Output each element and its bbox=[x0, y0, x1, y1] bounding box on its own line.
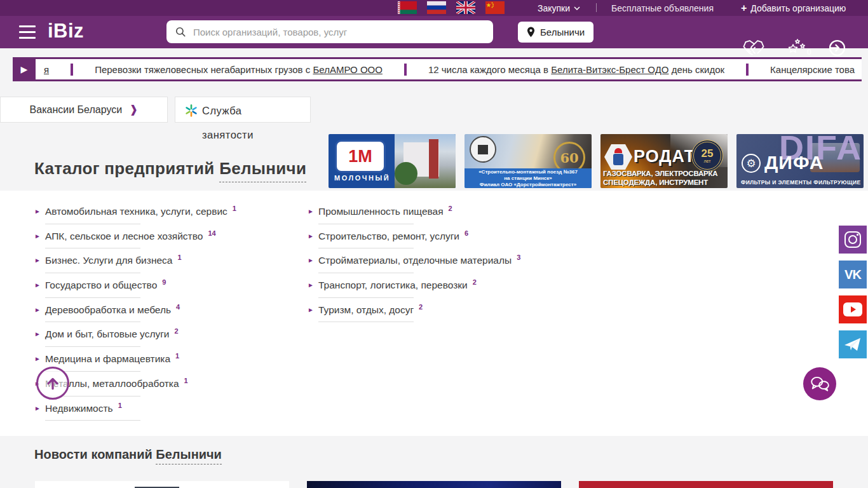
banner-rodat[interactable]: РОДАТ 25 лет ГАЗОСВАРКА, ЭЛЕКТРОСВАРКА С… bbox=[600, 134, 728, 188]
flag-uk-icon[interactable] bbox=[456, 1, 475, 14]
category-item[interactable]: ►Дом и быт, бытовые услуги2 bbox=[34, 325, 282, 349]
free-ads-link[interactable]: Бесплатные объявления bbox=[611, 0, 714, 16]
handshake-icon bbox=[742, 39, 765, 57]
location-button[interactable]: Белыничи bbox=[518, 22, 593, 43]
ticker-item: Перевозки тяжеловесных негабаритных груз… bbox=[95, 64, 383, 75]
category-column-left: ►Автомобильная техника, услуги, сервис1 … bbox=[34, 202, 282, 423]
favorites-button[interactable]: 0 bbox=[787, 39, 811, 57]
category-item[interactable]: ►Металлы, металлообработка1 bbox=[34, 374, 282, 399]
language-switcher bbox=[398, 1, 505, 14]
marker-icon: ► bbox=[34, 303, 41, 316]
banner-difa[interactable]: DIFA ⚙ ДИФА ФИЛЬТРЫ И ЭЛЕМЕНТЫ ФИЛЬТРУЮЩ… bbox=[736, 134, 864, 188]
category-item[interactable]: ►Деревообработка и мебель4 bbox=[34, 301, 282, 325]
marker-icon: ► bbox=[308, 303, 314, 316]
marker-icon: ► bbox=[34, 402, 41, 415]
news-section-title: Новости компаний Белыничи bbox=[34, 447, 222, 462]
telegram-link[interactable] bbox=[839, 330, 867, 358]
page: Закупки Бесплатные объявления + Добавить… bbox=[0, 0, 868, 488]
search-icon bbox=[175, 26, 186, 37]
chat-button[interactable] bbox=[803, 367, 836, 400]
vk-icon: VK bbox=[844, 268, 861, 282]
ticker-link[interactable]: БелАМРО ООО bbox=[313, 64, 382, 75]
category-item[interactable]: ►АПК, сельское и лесное хозяйство14 bbox=[34, 227, 282, 252]
plus-icon: + bbox=[741, 3, 747, 14]
logo[interactable]: iBiz bbox=[48, 20, 84, 43]
ticker-play-button[interactable]: ▶ bbox=[13, 59, 36, 79]
procurement-menu[interactable]: Закупки bbox=[538, 0, 580, 16]
category-item[interactable]: ►Недвижимость1 bbox=[34, 399, 282, 424]
favorites-count: 0 bbox=[807, 48, 811, 57]
category-item[interactable]: ►Автомобильная техника, услуги, сервис1 bbox=[34, 202, 282, 227]
vk-link[interactable]: VK bbox=[839, 261, 867, 288]
marker-icon: ► bbox=[308, 278, 314, 292]
news-card[interactable] bbox=[579, 481, 833, 488]
banner-smp-367[interactable]: 60 лет «Строительно-монтажный поезд №367… bbox=[465, 134, 592, 188]
ticker-link[interactable]: я bbox=[44, 64, 49, 75]
category-count: 4 bbox=[176, 303, 180, 311]
category-count: 6 bbox=[465, 229, 468, 237]
marker-icon: ► bbox=[308, 254, 314, 267]
partners-button[interactable] bbox=[742, 39, 765, 57]
category-count: 14 bbox=[208, 229, 215, 237]
ticker-track: я Перевозки тяжеловесных негабаритных гр… bbox=[36, 59, 855, 79]
category-count: 2 bbox=[449, 205, 452, 212]
news-card[interactable] bbox=[35, 481, 289, 488]
category-count: 1 bbox=[175, 352, 179, 360]
ticker-item: Канцелярские това bbox=[770, 64, 855, 75]
location-label: Белыничи bbox=[540, 27, 585, 37]
flag-belarus-icon[interactable] bbox=[398, 1, 417, 14]
category-item[interactable]: ►Транспорт, логистика, перевозки2 bbox=[308, 276, 555, 301]
vacancies-button[interactable]: Вакансии Беларуси ❱ bbox=[0, 97, 168, 123]
location-pin-icon bbox=[527, 27, 535, 37]
login-icon bbox=[829, 39, 846, 57]
add-organization-link[interactable]: + Добавить организацию bbox=[741, 0, 846, 16]
ticker-divider bbox=[746, 64, 749, 76]
youtube-link[interactable] bbox=[839, 295, 867, 323]
scroll-to-top-button[interactable] bbox=[36, 367, 69, 400]
search-input[interactable] bbox=[192, 26, 485, 38]
marker-icon: ► bbox=[308, 229, 314, 243]
category-count: 1 bbox=[184, 377, 188, 384]
category-item[interactable]: ►Бизнес. Услуги для бизнеса1 bbox=[34, 251, 282, 276]
topbar-divider bbox=[596, 3, 597, 12]
marker-icon: ► bbox=[34, 278, 41, 292]
play-icon: ▶ bbox=[21, 64, 28, 74]
city-link: Белыничи bbox=[219, 159, 306, 182]
instagram-link[interactable] bbox=[839, 226, 867, 254]
employment-service-button[interactable]: Служба занятости bbox=[175, 97, 311, 123]
stamp-emblem bbox=[470, 136, 496, 163]
ticker-divider bbox=[71, 64, 73, 76]
news-card[interactable] bbox=[307, 481, 561, 488]
city-link: Белыничи bbox=[156, 447, 222, 464]
flag-china-icon[interactable] bbox=[485, 1, 505, 14]
anniversary-medal: 25 лет bbox=[691, 140, 723, 172]
login-button[interactable] bbox=[829, 39, 846, 57]
search-box bbox=[166, 20, 493, 43]
category-item[interactable]: ►Туризм, отдых, досуг2 bbox=[308, 301, 555, 325]
flag-russia-icon[interactable] bbox=[427, 1, 446, 14]
news-ticker: ▶ я Перевозки тяжеловесных негабаритных … bbox=[13, 57, 862, 81]
ticker-item: 12 числа каждого месяца в Белита-Витэкс-… bbox=[428, 64, 724, 75]
marker-icon: ► bbox=[34, 205, 41, 218]
category-item[interactable]: ►Медицина и фармацевтика1 bbox=[34, 349, 282, 374]
category-count: 2 bbox=[419, 303, 423, 311]
ticker-divider bbox=[404, 64, 407, 76]
category-item[interactable]: ►Государство и общество9 bbox=[34, 276, 282, 301]
gear-icon: ⚙ bbox=[742, 154, 761, 173]
category-count: 1 bbox=[118, 402, 122, 409]
1m-logo: 1М bbox=[335, 140, 386, 173]
banner-1m-molochny[interactable]: 1М МОЛОЧНЫЙ bbox=[329, 134, 456, 188]
marker-icon: ► bbox=[34, 254, 41, 267]
marker-icon: ► bbox=[34, 352, 41, 365]
category-count: 3 bbox=[517, 254, 520, 261]
category-count: 1 bbox=[233, 205, 236, 212]
procurement-label: Закупки bbox=[538, 3, 570, 13]
category-item[interactable]: ►Стройматериалы, отделочные материалы3 bbox=[308, 251, 555, 276]
chevron-down-icon bbox=[574, 6, 580, 10]
ticker-link[interactable]: Белита-Витэкс-Брест ОДО bbox=[551, 64, 668, 75]
menu-button[interactable] bbox=[19, 25, 36, 39]
category-item[interactable]: ►Промышленность пищевая2 bbox=[308, 202, 555, 227]
marker-icon: ► bbox=[34, 327, 41, 341]
category-item[interactable]: ►Строительство, ремонт, услуги6 bbox=[308, 227, 555, 252]
category-count: 2 bbox=[175, 327, 179, 335]
